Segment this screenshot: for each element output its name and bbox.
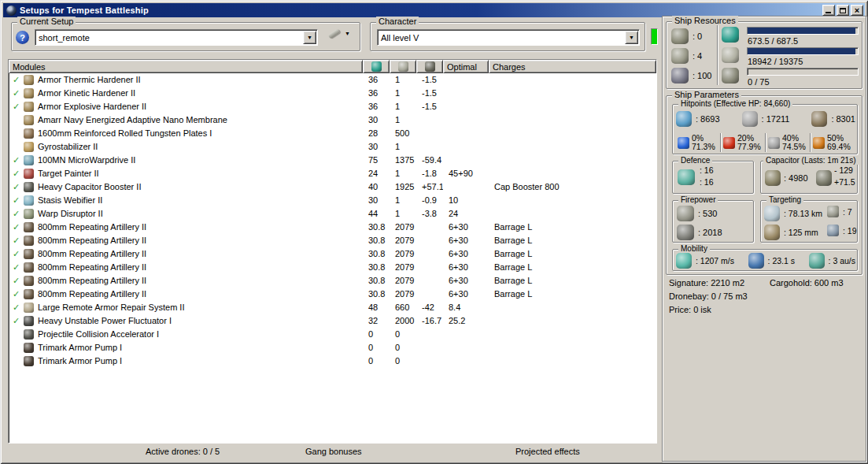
mobility-groupbox: Mobility : 1207 m/s : 23.1 s : 3 au/s [672, 249, 858, 271]
module-cell: ✓Warp Disruptor II [9, 207, 363, 221]
capacitor-value [416, 328, 443, 341]
signature-stat: Signature: 2210 m2 [669, 278, 744, 288]
shield-hp-value: : 8693 [696, 114, 720, 124]
align-time-icon [748, 253, 764, 269]
module-cell: ✓Large Remote Armor Repair System II [9, 301, 363, 314]
capacitor-value: -1.5 [416, 100, 443, 113]
resist-cell-em: 0%71.3% [675, 133, 720, 152]
module-row[interactable]: ✓800mm Repeating Artillery II30.820796+3… [9, 288, 656, 301]
dronebay-usage-text: 0 / 75 [748, 77, 770, 87]
cpu-value: 0 [363, 328, 390, 341]
active-checkmark: ✓ [13, 301, 24, 314]
active-checkmark: ✓ [13, 274, 24, 288]
cpu-value: 30.8 [363, 261, 390, 274]
column-header-modules[interactable]: Modules [9, 60, 363, 73]
price-stat: Price: 0 isk [669, 305, 711, 314]
character-combobox-arrow[interactable]: ▼ [625, 31, 638, 44]
setup-combobox-arrow[interactable]: ▼ [303, 31, 316, 44]
character-combobox[interactable]: All level V ▼ [377, 29, 640, 46]
cpu-value: 24 [363, 167, 390, 180]
module-cell: ✓800mm Repeating Artillery II [9, 274, 363, 288]
modules-header: Modules Optimal Charges [9, 60, 656, 73]
module-row[interactable]: ✓800mm Repeating Artillery II30.820796+3… [9, 221, 656, 234]
cpu-value: 28 [363, 127, 390, 140]
active-checkmark: ✓ [13, 247, 24, 261]
setup-tools-button[interactable]: ▼ [325, 29, 353, 38]
setup-combobox[interactable]: short_remote ▼ [35, 29, 318, 46]
minimize-button[interactable] [822, 5, 835, 16]
help-icon[interactable]: ? [16, 31, 29, 44]
module-cell: ✓800mm Repeating Artillery II [9, 221, 363, 234]
active-checkmark: ✓ [13, 288, 24, 301]
module-row[interactable]: ✓800mm Repeating Artillery II30.820796+3… [9, 247, 656, 261]
powergrid-value: 2000 [390, 314, 416, 328]
module-name: Projectile Collision Accelerator I [38, 328, 159, 341]
optimal-value: 24 [443, 207, 489, 221]
armor-hardener-icon [24, 75, 34, 85]
module-row[interactable]: ✓Heavy Capacitor Booster II401925+57.1Ca… [9, 180, 656, 194]
column-header-powergrid[interactable] [390, 60, 416, 73]
module-row[interactable]: Trimark Armor Pump I00 [9, 354, 656, 368]
max-targets-value: : 7 [843, 207, 852, 217]
projected-effects-label: Projected effects [515, 447, 580, 456]
column-header-charges[interactable]: Charges [489, 60, 656, 73]
optimal-value: 6+30 [443, 288, 489, 301]
minimize-icon [826, 12, 831, 13]
charges-value: Barrage L [489, 234, 656, 247]
module-row[interactable]: Gyrostabilizer II301 [9, 140, 656, 154]
firepower-title: Firepower [678, 195, 718, 204]
module-row[interactable]: ✓Heavy Unstable Power Fluctuator I322000… [9, 314, 656, 328]
module-name: Armor Explosive Hardener II [38, 100, 146, 113]
character-groupbox: Character All level V ▼ [370, 22, 645, 51]
module-row[interactable]: Amarr Navy Energized Adaptive Nano Membr… [9, 113, 656, 127]
module-row[interactable]: ✓Stasis Webifier II301-0.910 [9, 194, 656, 207]
character-combobox-value: All level V [378, 33, 624, 43]
close-button[interactable]: × [851, 5, 863, 16]
powergrid-value: 1 [390, 140, 416, 154]
module-row[interactable]: Projectile Collision Accelerator I00 [9, 328, 656, 341]
capacitor-peak-delta: - 129 [834, 165, 855, 176]
artillery-icon [24, 222, 34, 232]
column-header-optimal[interactable]: Optimal [443, 60, 489, 73]
calibration-count: : 100 [693, 71, 711, 80]
microwarpdrive-icon [24, 155, 34, 165]
module-row[interactable]: 1600mm Reinforced Rolled Tungsten Plates… [9, 127, 656, 140]
module-row[interactable]: ✓Warp Disruptor II441-3.824 [9, 207, 656, 221]
module-row[interactable]: ✓Armor Kinetic Hardener II361-1.5 [9, 87, 656, 100]
capacitor-value: -1.8 [416, 167, 443, 180]
module-row[interactable]: Trimark Armor Pump I00 [9, 341, 656, 354]
module-row[interactable]: ✓800mm Repeating Artillery II30.820796+3… [9, 274, 656, 288]
capacitor-value: +57.1 [416, 180, 443, 194]
column-header-cpu[interactable] [363, 60, 390, 73]
module-cell: ✓800mm Repeating Artillery II [9, 247, 363, 261]
module-row[interactable]: ✓100MN MicroWarpdrive II751375-59.4 [9, 154, 656, 167]
module-row[interactable]: ✓800mm Repeating Artillery II30.820796+3… [9, 261, 656, 274]
column-header-capacitor[interactable] [416, 60, 443, 73]
cpu-value: 30.8 [363, 274, 390, 288]
module-cell: ✓100MN MicroWarpdrive II [9, 154, 363, 167]
module-row[interactable]: ✓Target Painter II241-1.845+90 [9, 167, 656, 180]
cpu-value: 30.8 [363, 288, 390, 301]
powergrid-value: 0 [390, 328, 416, 341]
powergrid-value: 0 [390, 341, 416, 354]
module-cell: ✓800mm Repeating Artillery II [9, 288, 363, 301]
module-row[interactable]: ✓800mm Repeating Artillery II30.820796+3… [9, 234, 656, 247]
optimal-value: 6+30 [443, 221, 489, 234]
module-row[interactable]: ✓Armor Explosive Hardener II361-1.5 [9, 100, 656, 113]
capacitor-value: -0.9 [416, 194, 443, 207]
module-cell: Gyrostabilizer II [9, 140, 363, 154]
active-checkmark: ✓ [13, 261, 24, 274]
module-row[interactable]: ✓Large Remote Armor Repair System II4866… [9, 301, 656, 314]
module-row[interactable]: ✓Armor Thermic Hardener II361-1.5 [9, 73, 656, 87]
dps-stat: : 2018 [677, 225, 722, 240]
cpu-value: 36 [363, 87, 390, 100]
current-setup-label: Current Setup [17, 17, 76, 26]
maximize-button[interactable] [837, 5, 849, 16]
active-checkmark: ✓ [13, 314, 24, 328]
module-name: Warp Disruptor II [38, 207, 103, 221]
powergrid-value: 660 [390, 301, 416, 314]
module-cell: ✓Heavy Unstable Power Fluctuator I [9, 314, 363, 328]
gang-bonuses-label: Gang bonuses [305, 447, 362, 456]
align-time-stat: : 23.1 s [748, 253, 795, 269]
module-name: Target Painter II [38, 167, 99, 180]
